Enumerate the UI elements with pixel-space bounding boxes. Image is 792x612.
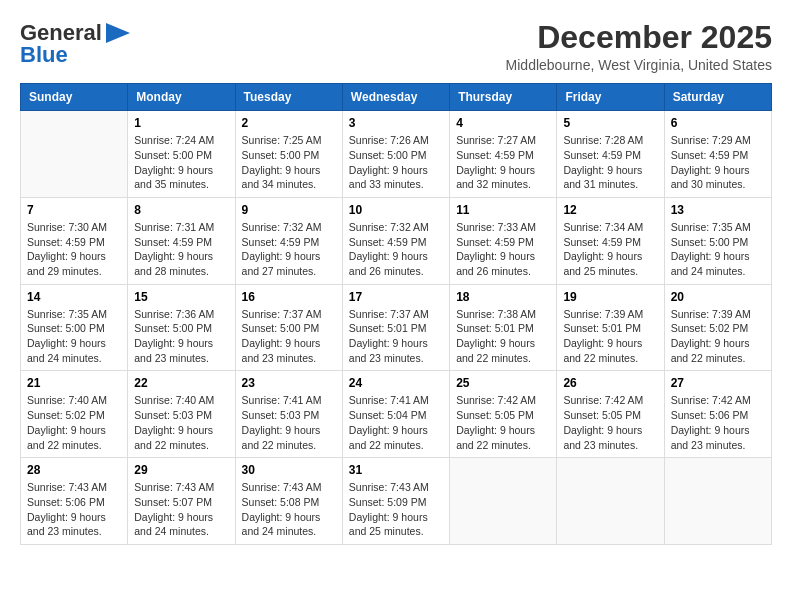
day-detail: Sunrise: 7:42 AMSunset: 5:05 PMDaylight:… <box>456 393 550 452</box>
weekday-header-tuesday: Tuesday <box>235 84 342 111</box>
day-number: 21 <box>27 376 121 390</box>
day-detail: Sunrise: 7:41 AMSunset: 5:04 PMDaylight:… <box>349 393 443 452</box>
day-detail: Sunrise: 7:40 AMSunset: 5:02 PMDaylight:… <box>27 393 121 452</box>
calendar-cell: 2Sunrise: 7:25 AMSunset: 5:00 PMDaylight… <box>235 111 342 198</box>
calendar-cell: 29Sunrise: 7:43 AMSunset: 5:07 PMDayligh… <box>128 458 235 545</box>
day-detail: Sunrise: 7:38 AMSunset: 5:01 PMDaylight:… <box>456 307 550 366</box>
day-number: 3 <box>349 116 443 130</box>
day-detail: Sunrise: 7:34 AMSunset: 4:59 PMDaylight:… <box>563 220 657 279</box>
day-number: 22 <box>134 376 228 390</box>
calendar-cell: 5Sunrise: 7:28 AMSunset: 4:59 PMDaylight… <box>557 111 664 198</box>
day-number: 30 <box>242 463 336 477</box>
page-header: General Blue December 2025 Middlebourne,… <box>20 20 772 73</box>
day-number: 15 <box>134 290 228 304</box>
calendar-cell <box>664 458 771 545</box>
day-detail: Sunrise: 7:32 AMSunset: 4:59 PMDaylight:… <box>242 220 336 279</box>
day-number: 14 <box>27 290 121 304</box>
day-detail: Sunrise: 7:33 AMSunset: 4:59 PMDaylight:… <box>456 220 550 279</box>
location-subtitle: Middlebourne, West Virginia, United Stat… <box>506 57 772 73</box>
day-number: 20 <box>671 290 765 304</box>
logo: General Blue <box>20 20 130 68</box>
calendar-cell: 23Sunrise: 7:41 AMSunset: 5:03 PMDayligh… <box>235 371 342 458</box>
day-number: 10 <box>349 203 443 217</box>
day-detail: Sunrise: 7:39 AMSunset: 5:01 PMDaylight:… <box>563 307 657 366</box>
day-number: 28 <box>27 463 121 477</box>
calendar-cell: 30Sunrise: 7:43 AMSunset: 5:08 PMDayligh… <box>235 458 342 545</box>
calendar-week-row: 21Sunrise: 7:40 AMSunset: 5:02 PMDayligh… <box>21 371 772 458</box>
day-detail: Sunrise: 7:39 AMSunset: 5:02 PMDaylight:… <box>671 307 765 366</box>
day-number: 13 <box>671 203 765 217</box>
day-detail: Sunrise: 7:28 AMSunset: 4:59 PMDaylight:… <box>563 133 657 192</box>
day-number: 11 <box>456 203 550 217</box>
day-detail: Sunrise: 7:26 AMSunset: 5:00 PMDaylight:… <box>349 133 443 192</box>
day-detail: Sunrise: 7:42 AMSunset: 5:05 PMDaylight:… <box>563 393 657 452</box>
day-detail: Sunrise: 7:37 AMSunset: 5:01 PMDaylight:… <box>349 307 443 366</box>
day-detail: Sunrise: 7:43 AMSunset: 5:08 PMDaylight:… <box>242 480 336 539</box>
calendar-cell: 1Sunrise: 7:24 AMSunset: 5:00 PMDaylight… <box>128 111 235 198</box>
title-block: December 2025 Middlebourne, West Virgini… <box>506 20 772 73</box>
day-number: 17 <box>349 290 443 304</box>
day-detail: Sunrise: 7:43 AMSunset: 5:07 PMDaylight:… <box>134 480 228 539</box>
logo-arrow-icon <box>106 23 130 43</box>
calendar-cell: 13Sunrise: 7:35 AMSunset: 5:00 PMDayligh… <box>664 197 771 284</box>
calendar-cell <box>21 111 128 198</box>
calendar-cell: 11Sunrise: 7:33 AMSunset: 4:59 PMDayligh… <box>450 197 557 284</box>
day-number: 27 <box>671 376 765 390</box>
calendar-cell: 9Sunrise: 7:32 AMSunset: 4:59 PMDaylight… <box>235 197 342 284</box>
calendar-cell: 7Sunrise: 7:30 AMSunset: 4:59 PMDaylight… <box>21 197 128 284</box>
day-detail: Sunrise: 7:24 AMSunset: 5:00 PMDaylight:… <box>134 133 228 192</box>
day-number: 2 <box>242 116 336 130</box>
day-detail: Sunrise: 7:35 AMSunset: 5:00 PMDaylight:… <box>671 220 765 279</box>
day-detail: Sunrise: 7:42 AMSunset: 5:06 PMDaylight:… <box>671 393 765 452</box>
day-detail: Sunrise: 7:43 AMSunset: 5:06 PMDaylight:… <box>27 480 121 539</box>
calendar-cell: 4Sunrise: 7:27 AMSunset: 4:59 PMDaylight… <box>450 111 557 198</box>
day-detail: Sunrise: 7:40 AMSunset: 5:03 PMDaylight:… <box>134 393 228 452</box>
day-number: 18 <box>456 290 550 304</box>
svg-marker-0 <box>106 23 130 43</box>
calendar-week-row: 28Sunrise: 7:43 AMSunset: 5:06 PMDayligh… <box>21 458 772 545</box>
day-number: 29 <box>134 463 228 477</box>
calendar-cell: 15Sunrise: 7:36 AMSunset: 5:00 PMDayligh… <box>128 284 235 371</box>
calendar-cell <box>450 458 557 545</box>
calendar-cell: 26Sunrise: 7:42 AMSunset: 5:05 PMDayligh… <box>557 371 664 458</box>
day-number: 5 <box>563 116 657 130</box>
calendar-cell: 6Sunrise: 7:29 AMSunset: 4:59 PMDaylight… <box>664 111 771 198</box>
weekday-header-friday: Friday <box>557 84 664 111</box>
day-number: 4 <box>456 116 550 130</box>
day-detail: Sunrise: 7:27 AMSunset: 4:59 PMDaylight:… <box>456 133 550 192</box>
calendar-cell: 28Sunrise: 7:43 AMSunset: 5:06 PMDayligh… <box>21 458 128 545</box>
day-number: 8 <box>134 203 228 217</box>
logo-blue-text: Blue <box>20 42 68 68</box>
calendar-cell: 14Sunrise: 7:35 AMSunset: 5:00 PMDayligh… <box>21 284 128 371</box>
day-number: 12 <box>563 203 657 217</box>
calendar-table: SundayMondayTuesdayWednesdayThursdayFrid… <box>20 83 772 545</box>
weekday-header-monday: Monday <box>128 84 235 111</box>
calendar-cell: 3Sunrise: 7:26 AMSunset: 5:00 PMDaylight… <box>342 111 449 198</box>
calendar-week-row: 14Sunrise: 7:35 AMSunset: 5:00 PMDayligh… <box>21 284 772 371</box>
day-number: 24 <box>349 376 443 390</box>
day-detail: Sunrise: 7:37 AMSunset: 5:00 PMDaylight:… <box>242 307 336 366</box>
day-number: 19 <box>563 290 657 304</box>
calendar-cell: 10Sunrise: 7:32 AMSunset: 4:59 PMDayligh… <box>342 197 449 284</box>
day-detail: Sunrise: 7:43 AMSunset: 5:09 PMDaylight:… <box>349 480 443 539</box>
calendar-cell: 8Sunrise: 7:31 AMSunset: 4:59 PMDaylight… <box>128 197 235 284</box>
day-detail: Sunrise: 7:41 AMSunset: 5:03 PMDaylight:… <box>242 393 336 452</box>
day-detail: Sunrise: 7:30 AMSunset: 4:59 PMDaylight:… <box>27 220 121 279</box>
calendar-week-row: 7Sunrise: 7:30 AMSunset: 4:59 PMDaylight… <box>21 197 772 284</box>
day-detail: Sunrise: 7:31 AMSunset: 4:59 PMDaylight:… <box>134 220 228 279</box>
calendar-cell: 25Sunrise: 7:42 AMSunset: 5:05 PMDayligh… <box>450 371 557 458</box>
weekday-header-thursday: Thursday <box>450 84 557 111</box>
day-number: 23 <box>242 376 336 390</box>
month-title: December 2025 <box>506 20 772 55</box>
calendar-cell: 20Sunrise: 7:39 AMSunset: 5:02 PMDayligh… <box>664 284 771 371</box>
day-number: 25 <box>456 376 550 390</box>
calendar-cell: 18Sunrise: 7:38 AMSunset: 5:01 PMDayligh… <box>450 284 557 371</box>
day-number: 7 <box>27 203 121 217</box>
day-number: 26 <box>563 376 657 390</box>
calendar-cell: 27Sunrise: 7:42 AMSunset: 5:06 PMDayligh… <box>664 371 771 458</box>
day-number: 9 <box>242 203 336 217</box>
day-number: 6 <box>671 116 765 130</box>
day-detail: Sunrise: 7:32 AMSunset: 4:59 PMDaylight:… <box>349 220 443 279</box>
calendar-cell: 12Sunrise: 7:34 AMSunset: 4:59 PMDayligh… <box>557 197 664 284</box>
day-detail: Sunrise: 7:29 AMSunset: 4:59 PMDaylight:… <box>671 133 765 192</box>
